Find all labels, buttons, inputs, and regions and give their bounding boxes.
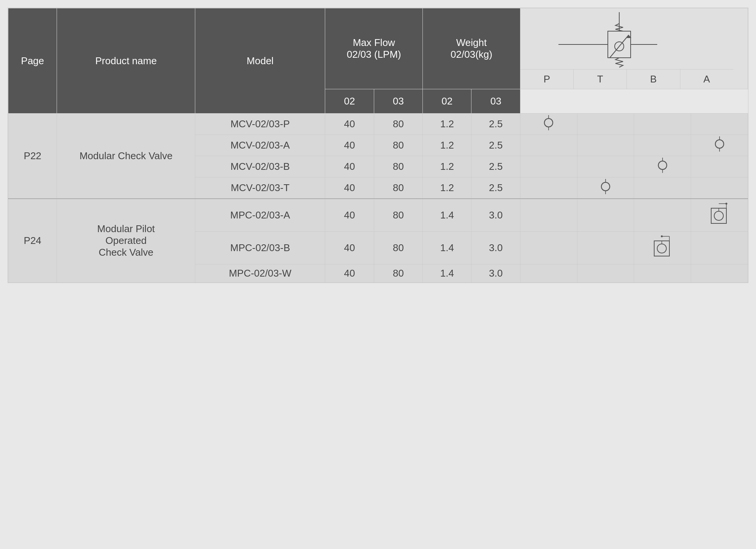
flow2-cell: 80 <box>374 199 422 232</box>
weight2-cell: 3.0 <box>471 199 520 232</box>
svg-point-27 <box>657 244 666 253</box>
pilot-check-a <box>708 201 731 227</box>
symbol-t-cell <box>577 156 634 177</box>
page-cell: P22 <box>8 114 57 199</box>
pilot-check-b <box>651 233 674 260</box>
svg-point-17 <box>601 182 610 191</box>
header-flow: Max Flow 02/03 (LPM) <box>325 8 423 89</box>
symbol-a-cell <box>691 114 748 135</box>
svg-point-14 <box>658 161 667 169</box>
flow2-cell: 80 <box>374 135 422 156</box>
symbol-p-cell <box>520 156 577 177</box>
model-cell: MCV-02/03-B <box>195 156 325 177</box>
weight2-cell: 2.5 <box>471 135 520 156</box>
weight1-cell: 1.4 <box>423 232 471 264</box>
check-valve-symbol <box>712 136 727 152</box>
flow1-cell: 40 <box>325 114 374 135</box>
weight2-cell: 2.5 <box>471 156 520 177</box>
flow1-cell: 40 <box>325 156 374 177</box>
weight2-cell: 3.0 <box>471 232 520 264</box>
svg-line-2 <box>610 35 629 58</box>
symbol-b-cell <box>634 232 691 264</box>
flow1-cell: 40 <box>325 177 374 199</box>
svg-point-21 <box>714 211 723 220</box>
symbol-p-cell <box>520 135 577 156</box>
header-weight: Weight 02/03(kg) <box>423 8 520 89</box>
flow2-cell: 80 <box>374 232 422 264</box>
flow1-cell: 40 <box>325 135 374 156</box>
symbol-b-cell <box>634 114 691 135</box>
symbol-p-cell <box>520 264 577 283</box>
symbol-a-cell <box>691 135 748 156</box>
flow2-cell: 80 <box>374 264 422 283</box>
port-t-label: T <box>574 70 627 89</box>
flow1-cell: 40 <box>325 199 374 232</box>
symbol-p-cell <box>520 199 577 232</box>
product-table: Page Product name Model Max Flow 02/03 (… <box>8 8 748 283</box>
weight1-cell: 1.2 <box>423 114 471 135</box>
weight2-cell: 2.5 <box>471 177 520 199</box>
symbol-t-cell <box>577 135 634 156</box>
header-model: Model <box>195 8 325 114</box>
model-cell: MPC-02/03-B <box>195 232 325 264</box>
symbol-t-cell <box>577 114 634 135</box>
symbol-t-cell <box>577 264 634 283</box>
header-schematic-svg <box>520 8 733 69</box>
model-cell: MCV-02/03-T <box>195 177 325 199</box>
flow1-cell: 40 <box>325 264 374 283</box>
symbol-b-cell <box>634 264 691 283</box>
model-cell: MPC-02/03-W <box>195 264 325 283</box>
header-product: Product name <box>57 8 195 114</box>
flow1-cell: 40 <box>325 232 374 264</box>
symbol-b-cell <box>634 156 691 177</box>
header-weight-02: 02 <box>423 89 471 114</box>
flow2-cell: 80 <box>374 156 422 177</box>
check-valve-symbol <box>655 158 670 173</box>
model-cell: MPC-02/03-A <box>195 199 325 232</box>
header-weight-03: 03 <box>471 89 520 114</box>
svg-point-11 <box>715 140 723 148</box>
weight1-cell: 1.2 <box>423 135 471 156</box>
page-cell: P24 <box>8 199 57 283</box>
symbol-b-cell <box>634 199 691 232</box>
symbol-t-cell <box>577 177 634 199</box>
weight1-cell: 1.4 <box>423 264 471 283</box>
header-flow-02: 02 <box>325 89 374 114</box>
symbol-p-cell <box>520 114 577 135</box>
symbol-t-cell <box>577 232 634 264</box>
flow2-cell: 80 <box>374 177 422 199</box>
symbol-a-cell <box>691 177 748 199</box>
check-valve-symbol <box>541 115 556 130</box>
svg-point-31 <box>661 236 663 237</box>
svg-rect-0 <box>608 31 631 58</box>
weight2-cell: 2.5 <box>471 114 520 135</box>
flow2-cell: 80 <box>374 114 422 135</box>
port-b-label: B <box>627 70 680 89</box>
port-a-label: A <box>680 70 733 89</box>
weight2-cell: 3.0 <box>471 264 520 283</box>
product-name-cell: Modular Check Valve <box>57 114 195 199</box>
weight1-cell: 1.2 <box>423 156 471 177</box>
symbol-p-cell <box>520 177 577 199</box>
weight1-cell: 1.2 <box>423 177 471 199</box>
symbol-t-cell <box>577 199 634 232</box>
check-valve-symbol <box>598 179 613 194</box>
symbol-b-cell <box>634 177 691 199</box>
symbol-a-cell <box>691 156 748 177</box>
header-page: Page <box>8 8 57 114</box>
port-p-label: P <box>520 70 574 89</box>
svg-point-25 <box>725 203 727 205</box>
port-labels: P T B A <box>520 69 733 89</box>
product-name-cell: Modular Pilot Operated Check Valve <box>57 199 195 283</box>
model-cell: MCV-02/03-A <box>195 135 325 156</box>
symbol-b-cell <box>634 135 691 156</box>
symbol-a-cell <box>691 264 748 283</box>
model-cell: MCV-02/03-P <box>195 114 325 135</box>
symbol-a-cell <box>691 199 748 232</box>
header-flow-03: 03 <box>374 89 422 114</box>
svg-point-8 <box>544 119 553 127</box>
symbol-a-cell <box>691 232 748 264</box>
symbol-p-cell <box>520 232 577 264</box>
header-diagram: P T B A <box>520 8 748 89</box>
weight1-cell: 1.4 <box>423 199 471 232</box>
